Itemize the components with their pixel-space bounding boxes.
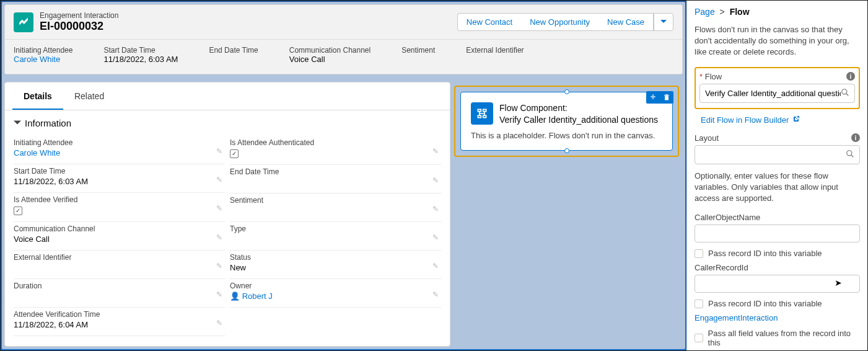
d-status-label: Status xyxy=(230,253,441,262)
properties-panel: Page > Flow Flows don't run in the canva… xyxy=(686,1,867,350)
new-opportunity-button[interactable]: New Opportunity xyxy=(521,13,598,31)
d-duration-label: Duration xyxy=(14,282,225,290)
vars-help-text: Optionally, enter values for these flow … xyxy=(695,171,860,205)
var1-input[interactable] xyxy=(700,229,854,238)
breadcrumb-current: Flow xyxy=(730,7,750,17)
pencil-icon[interactable]: ✎ xyxy=(432,233,439,242)
pencil-icon[interactable]: ✎ xyxy=(432,176,439,185)
var1-label: CallerObjectName xyxy=(695,213,760,222)
move-icon[interactable] xyxy=(646,91,660,104)
info-icon[interactable]: i xyxy=(851,133,860,142)
engagement-interaction-link[interactable]: EngagementInteraction xyxy=(695,313,860,322)
hl-start-label: Start Date Time xyxy=(103,46,178,55)
owner-avatar-icon: 👤 xyxy=(230,291,240,301)
hl-end-label: End Date Time xyxy=(209,46,258,55)
d-verified-label: Is Attendee Verified xyxy=(14,195,225,204)
flow-component-title-2: Verify Caller Identity_additional questi… xyxy=(499,114,658,126)
layout-field-label: Layout xyxy=(695,133,719,143)
checked-checkbox-icon: ✓ xyxy=(230,149,239,158)
action-buttons: New Contact New Opportunity New Case xyxy=(457,13,673,31)
d-type-label: Type xyxy=(230,224,441,233)
flow-component-selection: Flow Component: Verify Caller Identity_a… xyxy=(454,86,679,157)
more-actions-button[interactable] xyxy=(654,13,673,31)
search-icon[interactable] xyxy=(841,88,849,99)
pencil-icon[interactable]: ✎ xyxy=(216,319,222,327)
edit-flow-link[interactable]: Edit Flow in Flow Builder xyxy=(701,115,860,125)
hl-initiating-attendee-link[interactable]: Carole White xyxy=(14,55,60,64)
hl-channel-value: Voice Call xyxy=(289,55,370,64)
d-auth-label: Is Attendee Authenticated xyxy=(230,138,441,147)
d-owner-label: Owner xyxy=(230,282,441,290)
pass-record-label-2: Pass record ID into this variable xyxy=(708,299,822,308)
pencil-icon[interactable]: ✎ xyxy=(216,290,222,299)
external-link-icon xyxy=(792,115,800,125)
pencil-icon[interactable]: ✎ xyxy=(216,262,222,270)
hl-ext-label: External Identifier xyxy=(466,46,524,55)
record-header: Engagement Interaction EI-00000032 New C… xyxy=(4,4,683,74)
hl-channel-label: Communication Channel xyxy=(289,46,370,55)
breadcrumb-page[interactable]: Page xyxy=(695,7,715,17)
layout-input[interactable] xyxy=(700,150,846,159)
pencil-icon[interactable]: ✎ xyxy=(216,204,222,213)
hl-sentiment-label: Sentiment xyxy=(401,46,435,55)
d-verif-time-label: Attendee Verification Time xyxy=(14,310,225,319)
hl-initiating-attendee-label: Initiating Attendee xyxy=(14,46,72,55)
pencil-icon[interactable]: ✎ xyxy=(216,147,222,156)
pencil-icon[interactable]: ✎ xyxy=(216,176,222,184)
chevron-right-icon: > xyxy=(720,7,725,17)
flow-lookup-wrapper: * Flow i xyxy=(695,67,860,109)
d-start-value: 11/18/2022, 6:03 AM xyxy=(14,177,225,186)
d-verif-time-value: 11/18/2022, 6:04 AM xyxy=(14,320,225,329)
pass-all-checkbox[interactable] xyxy=(695,334,703,342)
selection-handle[interactable] xyxy=(564,148,569,153)
tab-details[interactable]: Details xyxy=(12,82,63,110)
d-start-label: Start Date Time xyxy=(14,167,225,176)
new-contact-button[interactable]: New Contact xyxy=(457,13,521,31)
pass-record-checkbox-2[interactable] xyxy=(695,300,703,308)
new-case-button[interactable]: New Case xyxy=(598,13,654,31)
svg-point-0 xyxy=(842,89,847,94)
var2-input[interactable] xyxy=(700,279,854,288)
var2-label: CallerRecordId xyxy=(695,263,748,272)
pencil-icon[interactable]: ✎ xyxy=(432,290,439,299)
engagement-interaction-icon xyxy=(14,12,33,32)
hl-start-value: 11/18/2022, 6:03 AM xyxy=(103,55,178,64)
panel-help-text: Flows don't run in the canvas so that th… xyxy=(695,24,860,58)
pencil-icon[interactable]: ✎ xyxy=(432,262,439,270)
details-card: Details Related Information Initiating A… xyxy=(4,82,450,347)
checked-checkbox-icon: ✓ xyxy=(14,207,22,215)
tab-related[interactable]: Related xyxy=(63,82,115,110)
flow-component-title-1: Flow Component: xyxy=(499,102,658,114)
flow-lookup-input[interactable] xyxy=(705,89,841,98)
pass-record-label-1: Pass record ID into this variable xyxy=(708,249,822,258)
d-end-label: End Date Time xyxy=(230,167,441,176)
info-icon[interactable]: i xyxy=(846,72,855,81)
pencil-icon[interactable]: ✎ xyxy=(216,233,222,242)
pencil-icon[interactable]: ✎ xyxy=(432,205,439,213)
flow-field-label: Flow xyxy=(705,72,722,81)
section-information: Information xyxy=(25,118,71,128)
pass-all-label: Pass all field values from the record in… xyxy=(708,329,860,347)
breadcrumb: Page > Flow xyxy=(695,7,860,17)
flow-icon xyxy=(471,102,493,125)
search-icon[interactable] xyxy=(846,149,854,160)
d-status-value: New xyxy=(230,263,441,272)
d-channel-value: Voice Call xyxy=(14,234,225,244)
pass-record-checkbox-1[interactable] xyxy=(695,249,703,258)
record-subtitle: Engagement Interaction xyxy=(40,11,118,20)
flow-component-card[interactable]: Flow Component: Verify Caller Identity_a… xyxy=(460,92,673,151)
d-owner-link[interactable]: Robert J xyxy=(242,291,273,301)
d-sentiment-label: Sentiment xyxy=(230,196,441,205)
flow-component-placeholder: This is a placeholder. Flows don't run i… xyxy=(471,131,662,140)
delete-icon[interactable] xyxy=(660,91,673,104)
d-init-attendee-link[interactable]: Carole White xyxy=(14,148,60,158)
d-init-attendee-label: Initiating Attendee xyxy=(14,138,225,147)
chevron-down-icon[interactable] xyxy=(14,118,21,128)
d-ext-label: External Identifier xyxy=(14,253,225,262)
d-channel-label: Communication Channel xyxy=(14,224,225,233)
record-title: EI-00000032 xyxy=(40,20,118,33)
selection-handle[interactable] xyxy=(564,89,569,94)
pencil-icon[interactable]: ✎ xyxy=(432,147,439,156)
svg-point-1 xyxy=(847,150,852,155)
